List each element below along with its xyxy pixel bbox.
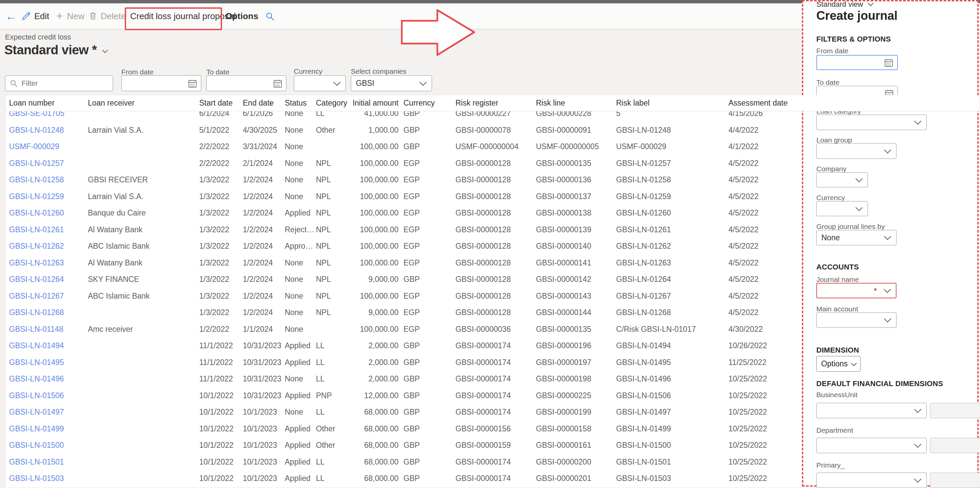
panel-from-date-input[interactable] xyxy=(816,55,898,70)
table-row[interactable]: GBSI-LN-01259Larrain Vial S.A.1/3/20221/… xyxy=(5,189,980,205)
cell-risk_line: GBSI-00000137 xyxy=(536,189,613,205)
panel-view-selector[interactable]: Standard view xyxy=(816,0,873,9)
column-header-status[interactable]: Status xyxy=(285,95,314,111)
table-row[interactable]: GBSI-LN-01262ABC Islamic Bank1/3/20221/2… xyxy=(5,238,980,255)
table-row[interactable]: GBSI-LN-0149411/1/202210/31/2023AppliedL… xyxy=(5,337,980,354)
table-row[interactable]: GBSI-SE-017056/1/20246/1/2026NoneLL41,00… xyxy=(5,111,980,122)
filter-input[interactable] xyxy=(21,76,109,91)
loan-number-link[interactable]: GBSI-LN-01260 xyxy=(9,205,83,222)
from-date-input[interactable] xyxy=(121,75,201,91)
table-row[interactable]: GBSI-LN-0150110/1/202210/1/2023AppliedLL… xyxy=(5,454,980,471)
loan-number-link[interactable]: GBSI-LN-01264 xyxy=(9,271,83,288)
loan-number-link[interactable]: GBSI-SE-01705 xyxy=(9,111,83,122)
cell-risk_line: GBSI-00000140 xyxy=(536,238,613,255)
cell-risk_label: USMF-000029 xyxy=(616,138,724,155)
loan-number-link[interactable]: GBSI-LN-01499 xyxy=(9,421,83,437)
column-header-start[interactable]: Start date xyxy=(199,95,240,111)
loan-number-link[interactable]: GBSI-LN-01148 xyxy=(9,321,83,338)
table-row[interactable]: GBSI-LN-0149710/1/202210/1/2023NoneLL68,… xyxy=(5,404,980,421)
currency-select[interactable] xyxy=(294,75,346,91)
cell-currency: GBP xyxy=(404,371,437,387)
cell-currency: GBP xyxy=(404,470,437,487)
column-header-loan[interactable]: Loan number xyxy=(9,95,83,111)
cell-risk_line: GBSI-00000139 xyxy=(536,222,613,238)
cell-status: None xyxy=(285,271,314,288)
cell-risk_label: GBSI-LN-01494 xyxy=(616,337,724,354)
cell-risk_line: GBSI-00000142 xyxy=(536,271,613,288)
table-row[interactable]: USMF-0000292/2/20223/31/2024None100,000.… xyxy=(5,138,980,155)
delete-button[interactable]: Delete xyxy=(100,3,126,29)
loan-number-link[interactable]: GBSI-LN-01496 xyxy=(9,371,83,387)
table-row[interactable]: GBSI-LN-012572/2/20222/1/2024NoneNPL100,… xyxy=(5,155,980,172)
loan-number-link[interactable]: GBSI-LN-01503 xyxy=(9,470,83,487)
table-row[interactable]: GBSI-LN-0149910/1/202210/1/2023AppliedOt… xyxy=(5,421,980,437)
cell-status: Reject… xyxy=(285,222,314,238)
cell-amount: 100,000.00 xyxy=(341,321,398,338)
loan-number-link[interactable]: GBSI-LN-01257 xyxy=(9,155,83,172)
to-date-input[interactable] xyxy=(206,75,286,91)
companies-select[interactable]: GBSI xyxy=(351,75,432,91)
table-row[interactable]: GBSI-LN-01260Banque du Caire1/3/20221/2/… xyxy=(5,205,980,222)
table-row[interactable]: GBSI-LN-0150010/1/202210/1/2023AppliedOt… xyxy=(5,437,980,454)
loan-number-link[interactable]: GBSI-LN-01258 xyxy=(9,172,83,189)
table-row[interactable]: GBSI-LN-012681/3/20221/2/2024NoneNPL9,00… xyxy=(5,304,980,321)
loan-number-link[interactable]: GBSI-LN-01506 xyxy=(9,387,83,404)
table-row[interactable]: GBSI-LN-01267ABC Islamic Bank1/3/20221/2… xyxy=(5,288,980,305)
cell-status: Applied xyxy=(285,387,314,404)
cell-end: 10/1/2023 xyxy=(243,454,282,471)
loan-number-link[interactable]: USMF-000029 xyxy=(9,138,83,155)
column-header-risk_line[interactable]: Risk line xyxy=(536,95,613,111)
column-header-risk_register[interactable]: Risk register xyxy=(455,95,533,111)
cell-amount: 100,000.00 xyxy=(341,205,398,222)
table-row[interactable]: GBSI-LN-0150610/1/202210/31/2023AppliedP… xyxy=(5,387,980,404)
table-row[interactable]: GBSI-LN-01263Al Watany Bank1/3/20221/2/2… xyxy=(5,255,980,271)
cell-risk_label: GBSI-LN-01248 xyxy=(616,122,724,139)
loan-number-link[interactable]: GBSI-LN-01497 xyxy=(9,404,83,421)
cell-risk_label: GBSI-LN-01497 xyxy=(616,404,724,421)
cell-currency: GBP xyxy=(404,421,437,437)
loan-number-link[interactable]: GBSI-LN-01262 xyxy=(9,238,83,255)
table-row[interactable]: GBSI-LN-01264SKY FINANCE1/3/20221/2/2024… xyxy=(5,271,980,288)
column-header-end[interactable]: End date xyxy=(243,95,282,111)
edit-button[interactable]: Edit xyxy=(34,3,49,29)
calendar-icon[interactable] xyxy=(273,78,283,90)
table-row[interactable]: GBSI-LN-01261Al Watany Bank1/3/20221/2/2… xyxy=(5,222,980,238)
options-button[interactable]: Options xyxy=(225,3,258,29)
cell-risk_line: GBSI-00000197 xyxy=(536,354,613,371)
column-header-assessment[interactable]: Assessment date xyxy=(729,95,799,111)
cell-end: 1/2/2024 xyxy=(243,288,282,305)
view-switch-chevron-icon[interactable] xyxy=(102,48,108,53)
column-header-receiver[interactable]: Loan receiver xyxy=(88,95,195,111)
cell-assessment: 11/25/2022 xyxy=(729,354,799,371)
new-button[interactable]: New xyxy=(67,3,84,29)
column-header-risk_label[interactable]: Risk label xyxy=(616,95,724,111)
table-row[interactable]: GBSI-LN-0149511/1/202210/31/2023AppliedL… xyxy=(5,354,980,371)
loan-number-link[interactable]: GBSI-LN-01500 xyxy=(9,437,83,454)
loan-number-link[interactable]: GBSI-LN-01501 xyxy=(9,454,83,471)
table-row[interactable]: GBSI-LN-0150310/1/202210/1/2023AppliedLL… xyxy=(5,470,980,487)
loan-number-link[interactable]: GBSI-LN-01259 xyxy=(9,189,83,205)
table-row[interactable]: GBSI-LN-0149611/1/202210/31/2023NoneLL2,… xyxy=(5,371,980,387)
calendar-icon[interactable] xyxy=(884,58,894,69)
loan-number-link[interactable]: GBSI-LN-01268 xyxy=(9,304,83,321)
cell-risk_register: GBSI-00000128 xyxy=(455,255,533,271)
table-row[interactable]: GBSI-LN-01248Larrain Vial S.A.5/1/20224/… xyxy=(5,122,980,139)
loan-number-link[interactable]: GBSI-LN-01261 xyxy=(9,222,83,238)
cell-risk_register: GBSI-00000156 xyxy=(455,421,533,437)
calendar-icon[interactable] xyxy=(188,78,197,90)
table-row[interactable]: GBSI-LN-01258GBSI RECEIVER1/3/20221/2/20… xyxy=(5,172,980,189)
search-icon[interactable] xyxy=(265,11,275,23)
table-row[interactable]: GBSI-LN-01148Amc receiver1/2/20221/1/202… xyxy=(5,321,980,338)
cell-status: Applied xyxy=(285,437,314,454)
loan-number-link[interactable]: GBSI-LN-01494 xyxy=(9,337,83,354)
back-button[interactable]: ← xyxy=(5,3,17,29)
column-header-currency[interactable]: Currency xyxy=(404,95,437,111)
column-header-amount[interactable]: Initial amount xyxy=(341,95,398,111)
cell-end: 10/1/2023 xyxy=(243,470,282,487)
loan-number-link[interactable]: GBSI-LN-01263 xyxy=(9,255,83,271)
grid-filter-box xyxy=(5,75,113,91)
trash-icon xyxy=(88,11,98,22)
loan-number-link[interactable]: GBSI-LN-01495 xyxy=(9,354,83,371)
loan-number-link[interactable]: GBSI-LN-01267 xyxy=(9,288,83,305)
loan-number-link[interactable]: GBSI-LN-01248 xyxy=(9,122,83,139)
